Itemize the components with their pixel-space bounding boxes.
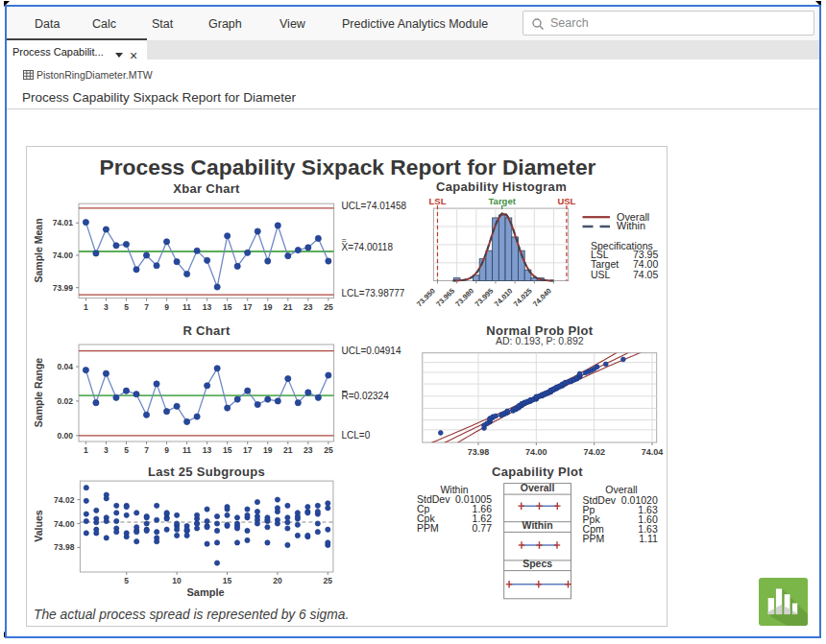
- svg-text:20: 20: [273, 576, 282, 585]
- svg-text:7: 7: [144, 445, 149, 455]
- svg-text:5: 5: [124, 445, 129, 455]
- svg-text:17: 17: [243, 445, 253, 455]
- svg-text:74.01: 74.01: [53, 218, 74, 227]
- svg-text:15: 15: [223, 445, 232, 455]
- svg-text:73.950: 73.950: [415, 287, 437, 309]
- svg-text:74.040: 74.040: [531, 287, 553, 309]
- svg-text:74.05: 74.05: [633, 269, 658, 280]
- svg-text:5: 5: [124, 576, 129, 585]
- svg-text:AD: 0.193, P: 0.892: AD: 0.193, P: 0.892: [496, 335, 584, 346]
- svg-text:73.98: 73.98: [468, 447, 490, 457]
- svg-text:The actual process spread is r: The actual process spread is represented…: [34, 608, 349, 622]
- svg-text:UCL=0.04914: UCL=0.04914: [342, 346, 401, 356]
- svg-text:74.00: 74.00: [54, 519, 75, 529]
- svg-text:X=74.00118: X=74.00118: [342, 242, 394, 252]
- svg-text:1: 1: [84, 445, 88, 455]
- svg-text:23: 23: [304, 302, 313, 312]
- svg-text:3: 3: [104, 302, 109, 312]
- svg-text:PPM: PPM: [417, 522, 439, 534]
- svg-text:UCL=74.01458: UCL=74.01458: [342, 201, 407, 211]
- svg-text:23: 23: [304, 445, 313, 455]
- svg-text:Target: Target: [489, 196, 517, 206]
- svg-text:21: 21: [283, 302, 293, 312]
- svg-text:Process Capability Sixpack Rep: Process Capability Sixpack Report for Di…: [100, 155, 596, 179]
- svg-text:74.02: 74.02: [54, 495, 75, 505]
- svg-text:Within: Within: [522, 519, 553, 531]
- svg-text:R=0.02324: R=0.02324: [342, 391, 390, 401]
- svg-text:LCL=73.98777: LCL=73.98777: [342, 288, 405, 298]
- svg-text:Sample: Sample: [186, 586, 224, 598]
- svg-text:74.00: 74.00: [53, 250, 74, 260]
- svg-text:LCL=0: LCL=0: [342, 430, 371, 441]
- svg-text:73.99: 73.99: [53, 283, 74, 293]
- svg-text:13: 13: [203, 302, 212, 312]
- svg-text:10: 10: [172, 576, 182, 585]
- svg-text:9: 9: [164, 302, 169, 312]
- svg-text:25: 25: [324, 445, 333, 455]
- svg-text:Xbar Chart: Xbar Chart: [173, 181, 240, 196]
- svg-text:Capability Plot: Capability Plot: [492, 465, 583, 479]
- svg-text:21: 21: [283, 445, 293, 455]
- svg-text:PPM: PPM: [583, 533, 605, 544]
- svg-text:Within: Within: [617, 220, 645, 231]
- svg-text:Specs: Specs: [522, 558, 552, 569]
- svg-text:USL: USL: [557, 196, 575, 206]
- svg-text:74.025: 74.025: [512, 286, 534, 308]
- svg-text:74.00: 74.00: [525, 447, 547, 457]
- svg-text:0.04: 0.04: [57, 362, 73, 371]
- svg-text:LSL: LSL: [429, 196, 447, 206]
- svg-text:1: 1: [84, 302, 88, 312]
- svg-text:13: 13: [203, 445, 212, 455]
- svg-text:Sample Mean: Sample Mean: [33, 218, 44, 282]
- svg-text:Values: Values: [33, 510, 44, 541]
- svg-text:17: 17: [243, 302, 253, 312]
- svg-text:74.04: 74.04: [642, 447, 664, 457]
- svg-text:0.02: 0.02: [57, 396, 73, 406]
- svg-text:1.11: 1.11: [639, 533, 658, 544]
- svg-text:USL: USL: [591, 269, 611, 280]
- svg-text:0.00: 0.00: [57, 431, 73, 441]
- svg-text:15: 15: [223, 576, 232, 585]
- svg-text:3: 3: [104, 445, 109, 455]
- svg-text:73.98: 73.98: [54, 542, 75, 552]
- svg-text:Capability Histogram: Capability Histogram: [436, 179, 567, 194]
- svg-text:74.010: 74.010: [493, 287, 515, 309]
- svg-text:Overall: Overall: [521, 482, 555, 493]
- svg-text:11: 11: [182, 445, 191, 455]
- svg-text:15: 15: [223, 302, 232, 312]
- svg-text:Last 25 Subgroups: Last 25 Subgroups: [148, 465, 265, 479]
- svg-text:5: 5: [124, 302, 129, 312]
- svg-text:73.995: 73.995: [474, 286, 496, 308]
- svg-text:25: 25: [324, 302, 333, 312]
- svg-text:0.77: 0.77: [473, 522, 493, 534]
- svg-text:73.980: 73.980: [453, 287, 475, 309]
- svg-text:R Chart: R Chart: [182, 323, 230, 338]
- svg-text:73.965: 73.965: [434, 286, 456, 308]
- svg-text:11: 11: [182, 302, 191, 312]
- svg-text:74.02: 74.02: [583, 447, 605, 457]
- svg-text:Sample Range: Sample Range: [33, 358, 44, 428]
- svg-text:7: 7: [144, 302, 149, 312]
- svg-text:9: 9: [164, 445, 169, 455]
- svg-text:19: 19: [263, 445, 273, 455]
- svg-text:19: 19: [263, 302, 273, 312]
- svg-text:25: 25: [324, 576, 333, 585]
